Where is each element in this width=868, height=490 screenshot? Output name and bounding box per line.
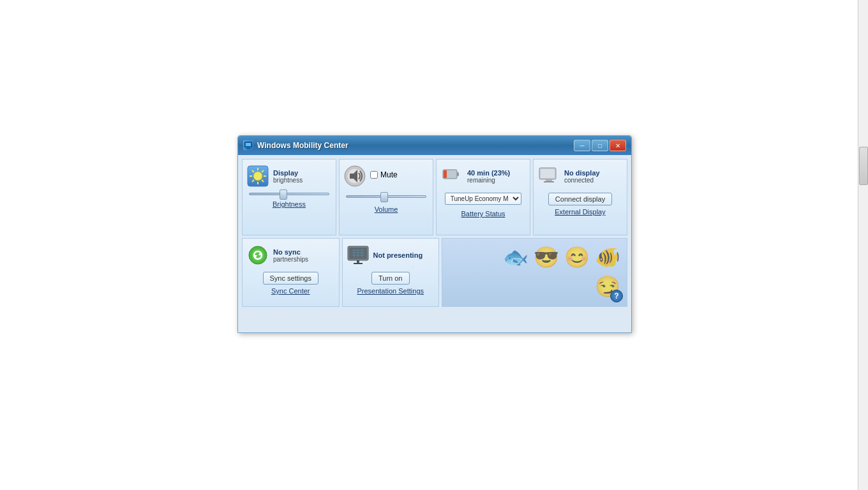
desktop-area-cell: 🐟 😎 😊 🐠 😏 ?: [442, 238, 627, 307]
ext-display-footer[interactable]: External Display: [555, 208, 605, 216]
sync-status2: partnerships: [273, 256, 308, 263]
ext-display-header: No display connected: [537, 165, 623, 188]
presentation-cell: Not presenting Turn on Presentation Sett…: [342, 238, 440, 307]
desktop-icons: 🐟 😎 😊 🐠 😏: [493, 245, 620, 299]
window-title: Windows Mobility Center: [257, 141, 574, 150]
brightness-footer[interactable]: Brightness: [273, 200, 306, 208]
wmc-content: Display brightness Brightness: [238, 155, 631, 332]
sync-header: No sync partnerships: [246, 244, 335, 267]
svg-rect-21: [541, 169, 555, 178]
svg-rect-31: [354, 263, 363, 264]
app-icon: [243, 140, 253, 151]
brightness-slider-container: [246, 193, 332, 195]
brightness-slider-track[interactable]: [249, 193, 329, 195]
minimize-button[interactable]: ─: [574, 140, 590, 151]
volume-footer[interactable]: Volume: [375, 205, 398, 213]
help-button[interactable]: ?: [610, 290, 623, 302]
external-display-cell: No display connected Connect display Ext…: [533, 159, 627, 235]
svg-rect-23: [544, 181, 554, 182]
svg-rect-3: [246, 147, 251, 148]
desktop-icon-1: 🐟: [503, 245, 528, 269]
svg-rect-2: [246, 148, 250, 149]
maximize-button[interactable]: □: [592, 140, 608, 151]
mute-checkbox[interactable]: [370, 171, 378, 179]
battery-status: 40 min (23%): [467, 169, 510, 177]
connect-display-button[interactable]: Connect display: [548, 193, 612, 205]
sync-label: No sync partnerships: [273, 248, 308, 263]
volume-slider-container: [343, 193, 429, 200]
grid-row-2: No sync partnerships Sync settings Sync …: [241, 237, 629, 308]
close-button[interactable]: ✕: [610, 140, 626, 151]
svg-rect-22: [546, 179, 552, 181]
turn-on-button[interactable]: Turn on: [371, 272, 410, 285]
grid-row-1: Display brightness Brightness: [241, 158, 629, 237]
volume-slider-thumb[interactable]: [380, 192, 388, 202]
presentation-footer[interactable]: Presentation Settings: [357, 287, 424, 295]
sync-center-cell: No sync partnerships Sync settings Sync …: [242, 238, 340, 307]
ext-display-status2: connected: [564, 177, 600, 184]
presentation-status: Not presenting: [373, 251, 423, 259]
speaker-icon: [343, 165, 366, 188]
svg-rect-1: [246, 143, 251, 146]
presentation-header: Not presenting: [347, 244, 435, 267]
scrollbar[interactable]: [858, 0, 868, 490]
sync-footer[interactable]: Sync Center: [271, 287, 310, 295]
mute-label[interactable]: Mute: [380, 170, 398, 179]
wmc-window: Windows Mobility Center ─ □ ✕: [237, 135, 632, 333]
battery-footer[interactable]: Battery Status: [461, 210, 505, 218]
brightness-cell: Display brightness Brightness: [242, 159, 336, 235]
mute-row: Mute: [370, 170, 398, 179]
ext-display-status: No display: [564, 169, 600, 177]
battery-icon: [440, 165, 463, 188]
sync-icon: [246, 244, 269, 267]
volume-header: Mute: [343, 165, 429, 188]
battery-header: 40 min (23%) remaining: [440, 165, 526, 188]
sync-settings-button[interactable]: Sync settings: [263, 272, 318, 285]
desktop-icon-3: 😊: [564, 245, 590, 269]
ext-display-icon: [537, 165, 560, 188]
battery-dropdown[interactable]: TuneUp Economy M High Performance Balanc…: [445, 193, 522, 205]
battery-label: 40 min (23%) remaining: [467, 169, 510, 184]
brightness-label: Display brightness: [273, 169, 303, 184]
brightness-slider-thumb[interactable]: [280, 189, 287, 200]
battery-remaining: remaining: [467, 177, 510, 184]
presentation-label: Not presenting: [373, 251, 423, 259]
battery-cell: 40 min (23%) remaining TuneUp Economy M …: [436, 159, 530, 235]
brightness-icon: [246, 165, 269, 188]
desktop-icon-4: 🐠: [595, 245, 620, 269]
desktop-icon-2: 😎: [534, 245, 559, 269]
svg-point-5: [253, 172, 262, 181]
svg-rect-19: [444, 170, 447, 178]
presentation-icon: [347, 244, 370, 267]
brightness-header: Display brightness: [246, 165, 332, 188]
brightness-subtitle: brightness: [273, 177, 303, 184]
window-controls: ─ □ ✕: [574, 140, 626, 151]
ext-display-label: No display connected: [564, 169, 600, 184]
scrollbar-thumb[interactable]: [859, 147, 868, 185]
sync-status: No sync: [273, 248, 308, 256]
svg-rect-30: [357, 260, 359, 263]
brightness-title: Display: [273, 169, 303, 177]
svg-rect-18: [457, 172, 459, 176]
title-bar: Windows Mobility Center ─ □ ✕: [238, 136, 631, 155]
volume-slider-track[interactable]: [346, 195, 426, 198]
volume-cell: Mute Volume: [339, 159, 433, 235]
